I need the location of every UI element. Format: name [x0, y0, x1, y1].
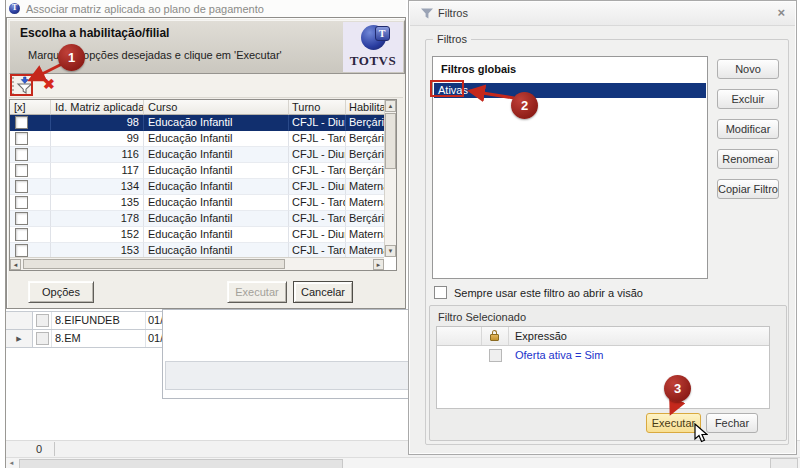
background-grid-row[interactable]: ▶8.EM01/	[6, 330, 162, 348]
opcoes-button[interactable]: Opções	[28, 281, 94, 303]
row-checkbox[interactable]	[36, 332, 49, 345]
bottom-scrollbar[interactable]: ◄	[6, 457, 800, 468]
row-checkbox[interactable]	[15, 132, 28, 145]
cell-turno[interactable]: CFJL - Diurno	[289, 179, 346, 195]
cell-turno[interactable]: CFJL - Tarde	[289, 195, 346, 211]
row-checkbox-cell[interactable]	[10, 243, 51, 257]
table-horizontal-scrollbar[interactable]: ◄ ►	[10, 257, 384, 270]
filter-side-button-modificar[interactable]: Modificar	[717, 119, 779, 139]
cell-id[interactable]: 99	[51, 131, 144, 147]
table-vertical-scrollbar[interactable]: ▲ ▼	[384, 100, 396, 257]
clear-filter-icon[interactable]: ✖	[43, 76, 55, 92]
assoc-grid-header[interactable]: [x] Id. Matriz aplicada Curso Turno Habi…	[10, 100, 384, 115]
row-checkbox-cell[interactable]	[10, 147, 51, 163]
column-header-turno[interactable]: Turno	[289, 100, 346, 115]
row-checkbox[interactable]	[15, 116, 28, 129]
scrollbar-thumb[interactable]	[19, 459, 343, 468]
cell-id[interactable]: 178	[51, 211, 144, 227]
filters-dialog-titlebar[interactable]: Filtros ×	[410, 2, 795, 26]
expression-checkbox[interactable]	[489, 349, 502, 362]
cell-id[interactable]: 152	[51, 227, 144, 243]
row-checkbox-cell[interactable]	[10, 211, 51, 227]
scrollbar-thumb[interactable]	[23, 259, 285, 269]
column-header-habilitacao[interactable]: Habilitação	[346, 100, 384, 115]
row-checkbox[interactable]	[15, 196, 28, 209]
row-checkbox-cell[interactable]	[33, 330, 52, 347]
row-checkbox[interactable]	[36, 314, 49, 327]
scrollbar-thumb[interactable]	[385, 113, 396, 169]
row-checkbox[interactable]	[15, 180, 28, 193]
filters-listbox[interactable]: Filtros globais Ativas	[432, 56, 708, 279]
filter-side-button-copiar-filtro[interactable]: Copiar Filtro	[717, 179, 779, 199]
column-header-check[interactable]: [x]	[10, 100, 51, 115]
table-row[interactable]: 178Educação InfantilCFJL - TardeBerçário…	[10, 211, 384, 227]
scroll-left-icon[interactable]: ◄	[6, 458, 17, 468]
column-header-id[interactable]: Id. Matriz aplicada	[51, 100, 144, 115]
cell-habilitacao[interactable]: Maternal I	[346, 227, 384, 243]
filter-list-item-selected[interactable]: Ativas	[434, 83, 706, 98]
table-row[interactable]: 116Educação InfantilCFJL - DiurnoBerçári…	[10, 147, 384, 163]
executar-button-disabled[interactable]: Executar	[227, 281, 287, 303]
row-checkbox-cell[interactable]	[10, 163, 51, 179]
cell-turno[interactable]: CFJL - Diurno	[289, 115, 346, 131]
always-use-filter-row[interactable]: Sempre usar este filtro ao abrir a visão	[434, 286, 643, 299]
row-checkbox[interactable]	[15, 212, 28, 225]
cell-habilitacao[interactable]: Berçário II	[346, 211, 384, 227]
scroll-left-icon[interactable]: ◄	[10, 259, 21, 270]
filter-side-button-excluir[interactable]: Excluir	[717, 89, 779, 109]
executar-button[interactable]: Executar	[646, 413, 701, 433]
row-selector-cell[interactable]	[6, 312, 33, 329]
table-row[interactable]: 134Educação InfantilCFJL - DiurnoMaterna…	[10, 179, 384, 195]
row-indicator-icon[interactable]: ▶	[6, 330, 33, 347]
row-checkbox[interactable]	[15, 244, 28, 257]
close-icon[interactable]: ×	[777, 5, 785, 20]
row-checkbox-cell[interactable]	[10, 179, 51, 195]
cell-id[interactable]: 134	[51, 179, 144, 195]
row-checkbox-cell[interactable]	[33, 312, 52, 329]
cell-curso[interactable]: Educação Infantil	[144, 163, 289, 179]
cell-curso[interactable]: Educação Infantil	[144, 131, 289, 147]
table-row[interactable]: 99Educação InfantilCFJL - TardeBerçário …	[10, 131, 384, 147]
cell-turno[interactable]: CFJL - Tarde	[289, 131, 346, 147]
cell-habilitacao[interactable]: Berçário II	[346, 147, 384, 163]
table-row[interactable]: 152Educação InfantilCFJL - DiurnoMaterna…	[10, 227, 384, 243]
row-checkbox-cell[interactable]	[10, 115, 51, 131]
cell-id[interactable]: 135	[51, 195, 144, 211]
cell-habilitacao[interactable]: Maternal I	[346, 195, 384, 211]
scroll-down-icon[interactable]: ▼	[385, 245, 396, 257]
filter-side-button-renomear[interactable]: Renomear	[717, 149, 779, 169]
cell-id[interactable]: 116	[51, 147, 144, 163]
table-row[interactable]: 98Educação InfantilCFJL - DiurnoBerçário…	[10, 115, 384, 131]
table-row[interactable]: 153Educação InfantilCFJL - TardeMaternal…	[10, 243, 384, 257]
row-checkbox[interactable]	[15, 228, 28, 241]
row-checkbox[interactable]	[15, 148, 28, 161]
row-checkbox[interactable]	[15, 164, 28, 177]
cell-curso[interactable]: Educação Infantil	[144, 147, 289, 163]
cell-turno[interactable]: CFJL - Tarde	[289, 211, 346, 227]
cell-turno[interactable]: CFJL - Diurno	[289, 227, 346, 243]
cell-habilitacao[interactable]: Berçário I	[346, 131, 384, 147]
table-row[interactable]: 135Educação InfantilCFJL - TardeMaternal…	[10, 195, 384, 211]
always-use-checkbox[interactable]	[434, 286, 447, 299]
cell-curso[interactable]: Educação Infantil	[144, 243, 289, 257]
scroll-up-icon[interactable]: ▲	[385, 100, 396, 112]
scroll-right-icon[interactable]: ►	[373, 259, 384, 270]
cell-habilitacao[interactable]: Berçário II	[346, 163, 384, 179]
cell-id[interactable]: 117	[51, 163, 144, 179]
background-grid-row[interactable]: 8.EIFUNDEB01/	[6, 312, 162, 330]
cell-turno[interactable]: CFJL - Diurno	[289, 147, 346, 163]
cell-turno[interactable]: CFJL - Tarde	[289, 243, 346, 257]
cell-habilitacao[interactable]: Maternal I	[346, 243, 384, 257]
cell-habilitacao[interactable]: Maternal I	[346, 179, 384, 195]
cell-curso[interactable]: Educação Infantil	[144, 115, 289, 131]
cell-id[interactable]: 98	[51, 115, 144, 131]
assoc-dialog-titlebar[interactable]: Associar matriz aplicada ao plano de pag…	[6, 0, 406, 17]
cell-curso[interactable]: Educação Infantil	[144, 211, 289, 227]
cell-turno[interactable]: CFJL - Tarde	[289, 163, 346, 179]
row-checkbox-cell[interactable]	[10, 227, 51, 243]
row-checkbox-cell[interactable]	[10, 131, 51, 147]
cell-curso[interactable]: Educação Infantil	[144, 227, 289, 243]
cell-curso[interactable]: Educação Infantil	[144, 179, 289, 195]
fechar-button[interactable]: Fechar	[706, 413, 758, 433]
row-checkbox-cell[interactable]	[10, 195, 51, 211]
